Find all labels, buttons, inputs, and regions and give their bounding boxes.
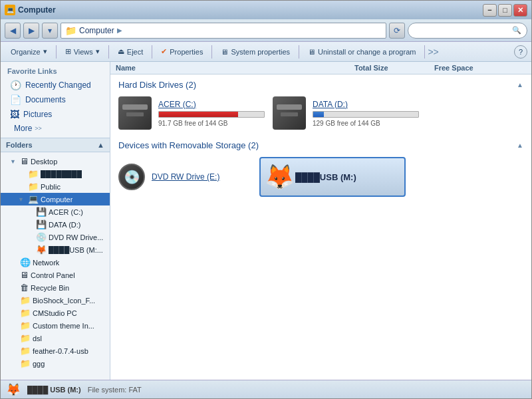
folder-icon: 📁 [20, 321, 31, 331]
breadcrumb[interactable]: 📁 Computer ▶ [61, 23, 386, 39]
dropdown-button[interactable]: ▾ [42, 23, 58, 39]
clock-icon: 🕐 [10, 80, 21, 90]
tree-label-feather: feather-0.7.4-usb [33, 347, 88, 355]
col-free-header[interactable]: Free Space [434, 64, 514, 72]
back-button[interactable]: ◀ [5, 23, 21, 39]
uninstall-label: Uninstall or change a program [318, 48, 416, 56]
left-panel: Favorite Links 🕐 Recently Changed 📄 Docu… [1, 62, 110, 380]
help-button[interactable]: ? [514, 45, 527, 59]
separator-5 [299, 45, 299, 59]
tree-item-acer-c[interactable]: 💾 ACER (C:) [1, 205, 110, 218]
desktop-icon: 🖥 [20, 156, 29, 166]
more-icon: >> [35, 125, 42, 132]
tree-label-public: Public [41, 183, 61, 191]
tree-label-dsl: dsl [33, 334, 42, 342]
drive-data-d-name: DATA (D:) [313, 100, 419, 109]
tree-item-recycle-bin[interactable]: 🗑 Recycle Bin [1, 281, 110, 294]
tree-label-desktop: Desktop [31, 158, 57, 166]
tree-item-control-panel[interactable]: 🖥 Control Panel [1, 269, 110, 281]
organize-button[interactable]: Organize ▾ [5, 44, 53, 60]
tree-label-computer: Computer [41, 196, 72, 203]
more-favorites-button[interactable]: More >> [7, 122, 106, 135]
dvd-icon: 💿 [36, 232, 47, 242]
folder-icon: 📁 [20, 358, 31, 368]
tree-item-usb-m[interactable]: 🦊 ████USB (M:... [1, 243, 110, 256]
col-size-header[interactable]: Total Size [354, 64, 434, 72]
system-properties-icon: 🖥 [221, 48, 228, 56]
uninstall-icon: 🖥 [308, 48, 315, 56]
drive-data-d-bar-fill [313, 112, 324, 117]
views-dropdown-icon: ▾ [96, 47, 100, 56]
main-content: Favorite Links 🕐 Recently Changed 📄 Docu… [1, 62, 531, 380]
folders-header[interactable]: Folders ▲ [1, 138, 110, 152]
tree-item-dsl[interactable]: 📁 dsl [1, 332, 110, 344]
sidebar-item-documents[interactable]: 📄 Documents [7, 92, 106, 107]
tree-label-ggg: ggg [33, 360, 45, 368]
hard-disk-section-header: Hard Disk Drives (2) ▲ [118, 80, 523, 90]
organize-dropdown-icon: ▾ [43, 47, 47, 56]
folders-tree: ▼ 🖥 Desktop 📁 ████████ 📁 Public [1, 152, 110, 380]
search-bar[interactable]: 🔍 [408, 23, 527, 39]
sidebar-item-recently-changed[interactable]: 🕐 Recently Changed [7, 78, 106, 92]
status-info: File system: FAT [88, 386, 142, 394]
tree-item-data-d[interactable]: 💾 DATA (D:) [1, 218, 110, 231]
eject-button[interactable]: ⏏ Eject [112, 44, 149, 60]
refresh-button[interactable]: ⟳ [389, 23, 405, 39]
usb-item[interactable]: 🦊 ████USB (M:) [259, 157, 406, 197]
removable-collapse-button[interactable]: ▲ [517, 142, 523, 149]
status-firefox-icon: 🦊 [6, 382, 21, 397]
tree-item-desktop[interactable]: ▼ 🖥 Desktop [1, 155, 110, 168]
drive-data-d-free: 129 GB free of 144 GB [313, 120, 419, 127]
dvd-drive-icon: 💿 [118, 164, 145, 190]
tree-item-dvd-e[interactable]: 💿 DVD RW Drive... [1, 231, 110, 243]
properties-button[interactable]: ✔ Properties [155, 44, 209, 60]
title-bar: 💻 Computer − □ ✕ [1, 1, 531, 19]
documents-icon: 📄 [10, 94, 21, 105]
system-properties-button[interactable]: 🖥 System properties [215, 44, 296, 60]
tree-item-bioshock[interactable]: 📁 BioShock_Icon_F... [1, 294, 110, 307]
content-area: Hard Disk Drives (2) ▲ ACER (C:) 91.7 GB… [110, 74, 531, 380]
firefox-usb-icon: 🦊 [263, 161, 295, 193]
drives-grid: ACER (C:) 91.7 GB free of 144 GB DATA (D… [118, 96, 523, 130]
drive-acer-c[interactable]: ACER (C:) 91.7 GB free of 144 GB [118, 96, 265, 130]
breadcrumb-arrow: ▶ [117, 27, 122, 34]
tree-item-ggg[interactable]: 📁 ggg [1, 357, 110, 370]
expand-icon: ▼ [18, 196, 26, 203]
removable-grid: 💿 DVD RW Drive (E:) 🦊 ████USB (M:) [118, 157, 523, 197]
removable-section: Devices with Removable Storage (2) ▲ 💿 D… [118, 140, 523, 197]
status-bar: 🦊 ████ USB (M:) File system: FAT [1, 380, 531, 398]
address-bar: ◀ ▶ ▾ 📁 Computer ▶ ⟳ 🔍 [1, 19, 531, 42]
tree-item-feather[interactable]: 📁 feather-0.7.4-usb [1, 344, 110, 357]
search-input[interactable] [414, 27, 512, 35]
drive-data-d[interactable]: DATA (D:) 129 GB free of 144 GB [273, 96, 419, 130]
properties-icon: ✔ [161, 47, 167, 56]
favorite-links-title: Favorite Links [7, 67, 106, 75]
minimize-button[interactable]: − [483, 4, 497, 17]
views-button[interactable]: ⊞ Views ▾ [59, 44, 106, 60]
computer-icon: 💻 [28, 194, 39, 204]
more-toolbar-icon[interactable]: >> [428, 47, 438, 57]
sidebar-item-pictures[interactable]: 🖼 Pictures [7, 107, 106, 122]
uninstall-button[interactable]: 🖥 Uninstall or change a program [302, 44, 422, 60]
tree-item-user[interactable]: 📁 ████████ [1, 168, 110, 180]
window-title: Computer [18, 5, 480, 15]
tree-item-computer[interactable]: ▼ 💻 Computer [1, 193, 110, 205]
expand-icon: ▼ [10, 158, 18, 165]
maximize-button[interactable]: □ [498, 4, 512, 17]
folder-icon: 📁 [28, 182, 39, 192]
tree-item-cmstudio[interactable]: 📁 CMStudio PC [1, 307, 110, 319]
hard-disk-collapse-button[interactable]: ▲ [517, 81, 523, 88]
dvd-drive-item[interactable]: 💿 DVD RW Drive (E:) [118, 157, 251, 197]
help-icon: ? [519, 48, 523, 56]
tree-item-network[interactable]: 🌐 Network [1, 256, 110, 269]
close-button[interactable]: ✕ [513, 4, 527, 17]
tree-item-custom-theme[interactable]: 📁 Custom theme In... [1, 319, 110, 332]
col-name-header[interactable]: Name [116, 64, 354, 72]
folder-icon: 📁 [20, 308, 31, 318]
tree-label-network: Network [33, 259, 59, 267]
drive-acer-c-bar-fill [159, 112, 238, 117]
forward-button[interactable]: ▶ [23, 23, 39, 39]
tree-label-acer-c: ACER (C:) [49, 208, 83, 216]
tree-item-public[interactable]: 📁 Public [1, 180, 110, 193]
folder-icon: 📁 [65, 25, 76, 36]
